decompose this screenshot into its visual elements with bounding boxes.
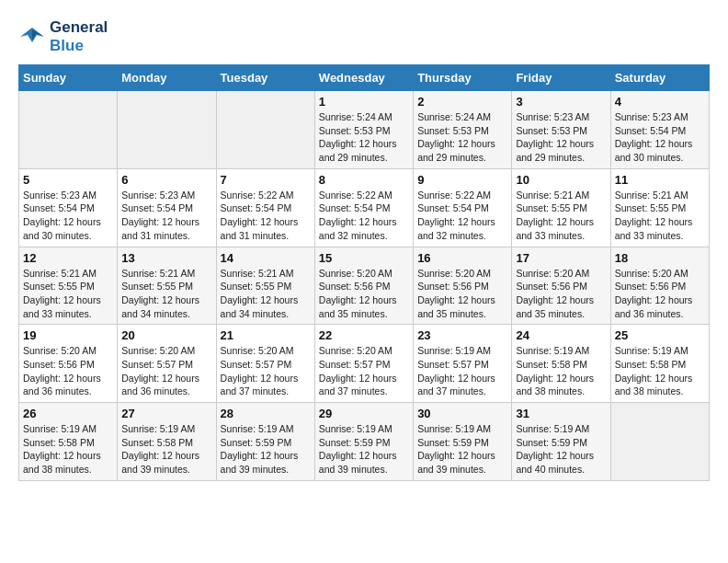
header-monday: Monday — [118, 65, 216, 91]
day-number: 4 — [615, 95, 705, 109]
calendar-cell: 10 Sunrise: 5:21 AM Sunset: 5:55 PM Dayl… — [512, 168, 610, 247]
day-daylight: Daylight: 12 hours and 38 minutes. — [516, 372, 606, 398]
day-number: 26 — [23, 407, 113, 420]
day-sunset: Sunset: 5:57 PM — [319, 358, 409, 372]
day-number: 22 — [319, 328, 409, 342]
day-sunrise: Sunrise: 5:20 AM — [221, 344, 311, 358]
day-daylight: Daylight: 12 hours and 30 minutes. — [23, 215, 113, 242]
day-sunset: Sunset: 5:55 PM — [121, 280, 211, 293]
header-sunday: Sunday — [19, 65, 118, 91]
day-sunset: Sunset: 5:54 PM — [23, 201, 113, 215]
day-sunset: Sunset: 5:55 PM — [615, 201, 705, 215]
day-number: 31 — [516, 407, 606, 420]
day-sunset: Sunset: 5:57 PM — [417, 358, 507, 372]
header: General Blue — [18, 18, 710, 55]
calendar-table: SundayMondayTuesdayWednesdayThursdayFrid… — [18, 64, 710, 481]
day-daylight: Daylight: 12 hours and 30 minutes. — [615, 137, 705, 164]
calendar-cell: 27 Sunrise: 5:19 AM Sunset: 5:58 PM Dayl… — [118, 403, 216, 481]
day-sunrise: Sunrise: 5:22 AM — [319, 189, 409, 202]
day-number: 5 — [23, 173, 113, 187]
calendar-week-5: 26 Sunrise: 5:19 AM Sunset: 5:58 PM Dayl… — [19, 403, 710, 481]
day-sunrise: Sunrise: 5:20 AM — [516, 267, 606, 281]
calendar-cell: 24 Sunrise: 5:19 AM Sunset: 5:58 PM Dayl… — [512, 325, 610, 403]
calendar-cell: 30 Sunrise: 5:19 AM Sunset: 5:59 PM Dayl… — [414, 403, 512, 481]
day-number: 7 — [221, 173, 311, 187]
calendar-cell — [118, 91, 216, 169]
calendar-cell: 14 Sunrise: 5:21 AM Sunset: 5:55 PM Dayl… — [216, 247, 314, 325]
day-daylight: Daylight: 12 hours and 39 minutes. — [417, 449, 507, 476]
calendar-week-2: 5 Sunrise: 5:23 AM Sunset: 5:54 PM Dayli… — [19, 168, 710, 247]
day-number: 11 — [615, 173, 705, 187]
day-daylight: Daylight: 12 hours and 34 minutes. — [121, 293, 211, 320]
day-sunrise: Sunrise: 5:19 AM — [615, 344, 705, 358]
day-daylight: Daylight: 12 hours and 35 minutes. — [319, 293, 409, 320]
calendar-cell: 4 Sunrise: 5:23 AM Sunset: 5:54 PM Dayli… — [610, 91, 709, 169]
calendar-cell: 31 Sunrise: 5:19 AM Sunset: 5:59 PM Dayl… — [512, 403, 610, 481]
day-sunset: Sunset: 5:54 PM — [121, 201, 211, 215]
day-sunrise: Sunrise: 5:20 AM — [615, 267, 705, 281]
day-sunrise: Sunrise: 5:19 AM — [417, 344, 507, 358]
day-number: 6 — [121, 173, 211, 187]
day-sunset: Sunset: 5:58 PM — [516, 358, 606, 372]
day-sunset: Sunset: 5:54 PM — [615, 124, 705, 138]
day-sunrise: Sunrise: 5:24 AM — [319, 110, 409, 124]
day-daylight: Daylight: 12 hours and 29 minutes. — [319, 137, 409, 164]
day-daylight: Daylight: 12 hours and 33 minutes. — [516, 215, 606, 242]
calendar-cell: 22 Sunrise: 5:20 AM Sunset: 5:57 PM Dayl… — [314, 325, 413, 403]
day-sunset: Sunset: 5:54 PM — [319, 201, 409, 215]
day-sunset: Sunset: 5:53 PM — [319, 124, 409, 138]
day-daylight: Daylight: 12 hours and 40 minutes. — [516, 449, 606, 476]
day-daylight: Daylight: 12 hours and 36 minutes. — [121, 372, 211, 398]
day-sunset: Sunset: 5:56 PM — [417, 280, 507, 293]
calendar-cell: 23 Sunrise: 5:19 AM Sunset: 5:57 PM Dayl… — [414, 325, 512, 403]
header-friday: Friday — [512, 65, 610, 91]
calendar-cell: 8 Sunrise: 5:22 AM Sunset: 5:54 PM Dayli… — [314, 168, 413, 247]
day-sunrise: Sunrise: 5:22 AM — [221, 189, 311, 202]
day-number: 18 — [615, 251, 705, 265]
calendar-cell: 20 Sunrise: 5:20 AM Sunset: 5:57 PM Dayl… — [118, 325, 216, 403]
day-sunrise: Sunrise: 5:20 AM — [417, 267, 507, 281]
calendar-week-1: 1 Sunrise: 5:24 AM Sunset: 5:53 PM Dayli… — [19, 91, 710, 169]
day-sunrise: Sunrise: 5:24 AM — [417, 110, 507, 124]
day-sunset: Sunset: 5:56 PM — [23, 358, 113, 372]
day-number: 14 — [221, 251, 311, 265]
calendar-cell — [216, 91, 314, 169]
day-daylight: Daylight: 12 hours and 35 minutes. — [417, 293, 507, 320]
day-number: 2 — [417, 95, 507, 109]
day-sunset: Sunset: 5:58 PM — [121, 436, 211, 450]
header-thursday: Thursday — [414, 65, 512, 91]
day-sunrise: Sunrise: 5:21 AM — [615, 189, 705, 202]
day-daylight: Daylight: 12 hours and 38 minutes. — [23, 449, 113, 476]
day-daylight: Daylight: 12 hours and 38 minutes. — [615, 372, 705, 398]
day-daylight: Daylight: 12 hours and 35 minutes. — [516, 293, 606, 320]
day-sunrise: Sunrise: 5:20 AM — [319, 344, 409, 358]
day-daylight: Daylight: 12 hours and 39 minutes. — [221, 449, 311, 476]
day-sunset: Sunset: 5:58 PM — [615, 358, 705, 372]
day-daylight: Daylight: 12 hours and 29 minutes. — [516, 137, 606, 164]
day-daylight: Daylight: 12 hours and 31 minutes. — [221, 215, 311, 242]
day-sunrise: Sunrise: 5:19 AM — [516, 422, 606, 436]
calendar-cell: 29 Sunrise: 5:19 AM Sunset: 5:59 PM Dayl… — [314, 403, 413, 481]
day-daylight: Daylight: 12 hours and 33 minutes. — [23, 293, 113, 320]
day-sunset: Sunset: 5:56 PM — [319, 280, 409, 293]
calendar-cell: 26 Sunrise: 5:19 AM Sunset: 5:58 PM Dayl… — [19, 403, 118, 481]
day-daylight: Daylight: 12 hours and 31 minutes. — [121, 215, 211, 242]
day-daylight: Daylight: 12 hours and 36 minutes. — [23, 372, 113, 398]
day-sunrise: Sunrise: 5:23 AM — [615, 110, 705, 124]
calendar-body: 1 Sunrise: 5:24 AM Sunset: 5:53 PM Dayli… — [19, 91, 710, 481]
day-sunrise: Sunrise: 5:20 AM — [23, 344, 113, 358]
day-sunrise: Sunrise: 5:19 AM — [319, 422, 409, 436]
calendar-week-3: 12 Sunrise: 5:21 AM Sunset: 5:55 PM Dayl… — [19, 247, 710, 325]
calendar-week-4: 19 Sunrise: 5:20 AM Sunset: 5:56 PM Dayl… — [19, 325, 710, 403]
calendar-cell: 15 Sunrise: 5:20 AM Sunset: 5:56 PM Dayl… — [314, 247, 413, 325]
day-sunrise: Sunrise: 5:21 AM — [121, 267, 211, 281]
day-sunset: Sunset: 5:59 PM — [319, 436, 409, 450]
calendar-cell: 1 Sunrise: 5:24 AM Sunset: 5:53 PM Dayli… — [314, 91, 413, 169]
day-sunrise: Sunrise: 5:23 AM — [23, 189, 113, 202]
day-number: 20 — [121, 328, 211, 342]
day-number: 30 — [417, 407, 507, 420]
calendar-cell: 6 Sunrise: 5:23 AM Sunset: 5:54 PM Dayli… — [118, 168, 216, 247]
day-number: 1 — [319, 95, 409, 109]
day-number: 15 — [319, 251, 409, 265]
calendar-cell: 17 Sunrise: 5:20 AM Sunset: 5:56 PM Dayl… — [512, 247, 610, 325]
